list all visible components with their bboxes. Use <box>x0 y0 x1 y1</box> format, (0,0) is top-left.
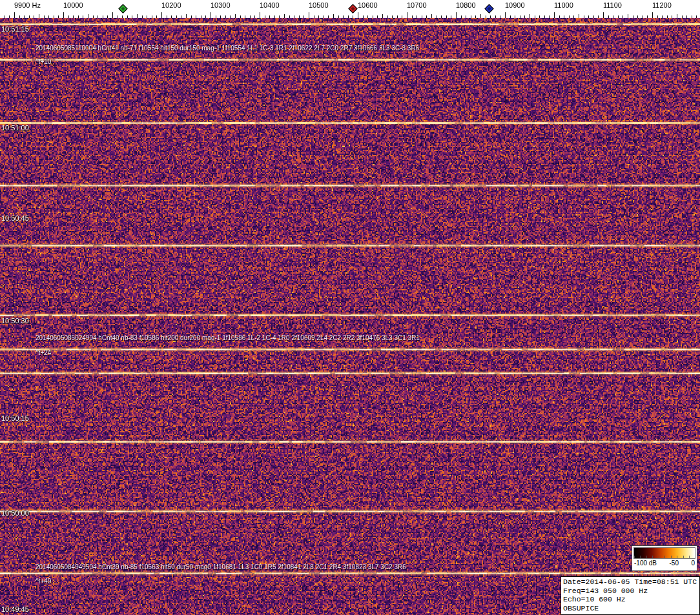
ruler-frequency-label: 10000 <box>63 1 83 9</box>
marker-blue-diamond[interactable] <box>484 4 494 14</box>
ruler-frequency-label: 10500 <box>309 1 329 9</box>
legend-gradient <box>633 547 695 559</box>
ruler-frequency-label: 10400 <box>260 1 280 9</box>
spectrogram-canvas <box>0 18 700 615</box>
ruler-frequency-label: 10700 <box>407 1 427 9</box>
ruler-frequency-label: 10900 <box>505 1 525 9</box>
spectrogram-app: 9900 Hz100001020010300104001050010600107… <box>0 0 700 615</box>
ruler-frequency-label: 10600 <box>358 1 378 9</box>
ruler-frequency-label: 10800 <box>456 1 476 9</box>
info-line-date: Date=2014-06-05 Time=08:51 UTC <box>563 578 697 587</box>
info-box: Date=2014-06-05 Time=08:51 UTC Freq=143 … <box>561 576 700 615</box>
ruler-frequency-label: 10200 <box>161 1 181 9</box>
ruler-frequency-label: 9900 Hz <box>14 1 41 9</box>
legend-db-label-min: -100 dB <box>634 560 657 567</box>
ruler-frequency-label: 11000 <box>554 1 573 9</box>
ruler-frequency-label: 11200 <box>652 1 672 9</box>
legend-db-label-mid: -50 <box>670 560 679 567</box>
info-line-echo: Echo=10 600 Hz <box>563 595 697 604</box>
legend-db-label-max: 0 <box>691 560 695 567</box>
marker-green-diamond[interactable] <box>118 4 128 14</box>
legend-labels: -100 dB -50 0 <box>632 559 697 567</box>
info-line-station: OBSUPICE <box>563 604 697 613</box>
ruler-frequency-label: 11100 <box>603 1 622 9</box>
info-line-freq: Freq=143 050 000 Hz <box>563 587 697 596</box>
ruler-frequency-label: 10300 <box>211 1 231 9</box>
db-scale-legend: -100 dB -50 0 <box>632 545 697 571</box>
frequency-ruler: 9900 Hz100001020010300104001050010600107… <box>0 0 700 18</box>
marker-red-diamond[interactable] <box>348 4 358 14</box>
